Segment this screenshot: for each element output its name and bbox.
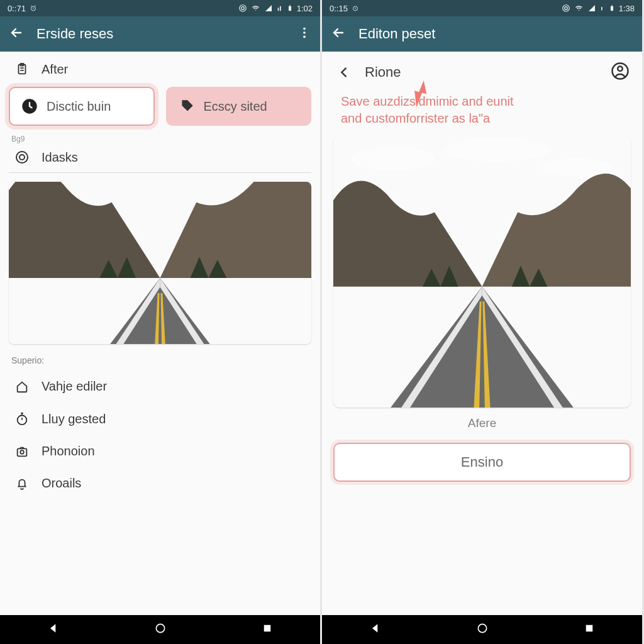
svg-point-40 xyxy=(479,624,487,632)
app-bar: Erside reses xyxy=(0,16,320,52)
alarm-icon xyxy=(30,4,37,12)
bell-icon xyxy=(14,477,30,491)
nav-home-icon[interactable] xyxy=(476,622,489,637)
status-bar: 0::71 1:02 xyxy=(0,0,320,16)
divider xyxy=(9,172,311,173)
photo-caption: Afere xyxy=(322,408,642,440)
list-item[interactable]: Vahje ediler xyxy=(6,370,314,402)
idasks-row[interactable]: Idasks xyxy=(0,147,320,171)
nav-bar xyxy=(322,615,642,644)
photo-preview[interactable] xyxy=(9,182,311,344)
svg-point-39 xyxy=(618,67,623,72)
road-scene-icon xyxy=(9,182,311,344)
list-item-label: Phonoion xyxy=(42,444,95,458)
nav-bar xyxy=(0,615,320,644)
profile-icon[interactable] xyxy=(611,62,630,83)
list-item-label: Vahje ediler xyxy=(42,379,107,394)
sub-title: Rione xyxy=(365,64,401,80)
svg-rect-28 xyxy=(18,448,27,456)
sub-header: Rione xyxy=(322,52,642,89)
radio-icon xyxy=(14,150,30,165)
helper-line2: and customforrister as la"a xyxy=(341,111,490,125)
svg-point-19 xyxy=(303,28,306,30)
svg-point-20 xyxy=(303,31,306,34)
camera-icon xyxy=(14,445,30,458)
helper-text: Save auzdizsidmimic and eunit and custom… xyxy=(322,89,642,136)
status-time-left: 0::15 xyxy=(330,4,348,13)
cta-wrap: Ensino xyxy=(322,440,642,492)
list-item[interactable]: Lluy gested xyxy=(6,402,314,435)
cta-label: Ensino xyxy=(461,454,503,470)
status-time-left: 0::71 xyxy=(8,4,26,13)
section-label: Superio: xyxy=(0,347,320,370)
svg-point-34 xyxy=(564,7,567,10)
nav-back-icon[interactable] xyxy=(47,622,60,637)
wifi-icon xyxy=(251,4,260,12)
status-bar: 0::15 1:38 xyxy=(322,0,642,16)
status-time-right: 1:02 xyxy=(297,4,313,13)
list-item[interactable]: Oroails xyxy=(6,467,314,499)
status-time-right: 1:38 xyxy=(619,4,635,13)
battery-icon xyxy=(609,4,615,13)
target-icon xyxy=(238,4,247,13)
signal-icon xyxy=(264,4,273,12)
svg-rect-18 xyxy=(289,5,291,6)
left-content: After Disctic buin Ecscy sited Bg9 Idask… xyxy=(0,52,320,615)
options-list: Vahje ediler Lluy gested Phonoion Oroail… xyxy=(0,370,320,499)
preset-buttons: Disctic buin Ecscy sited xyxy=(0,83,320,135)
right-content: Rione Save auzdizsidmimic and eunit and … xyxy=(322,52,642,615)
nav-recents-icon[interactable] xyxy=(262,623,273,636)
svg-rect-31 xyxy=(264,625,271,632)
signal2-icon xyxy=(277,4,283,12)
app-bar: Editon peset xyxy=(322,16,642,52)
list-item[interactable]: Phonoion xyxy=(6,435,314,467)
svg-rect-36 xyxy=(611,6,613,11)
svg-rect-41 xyxy=(586,625,593,632)
stopwatch-icon xyxy=(14,411,30,426)
tag-icon xyxy=(177,97,196,116)
svg-point-16 xyxy=(241,7,244,10)
photo-preview[interactable] xyxy=(333,136,631,408)
svg-point-21 xyxy=(303,36,306,38)
svg-point-33 xyxy=(562,5,569,12)
svg-rect-37 xyxy=(611,5,613,6)
nav-recents-icon[interactable] xyxy=(584,623,595,636)
preset-secondary-label: Ecscy sited xyxy=(204,99,267,114)
preset-button-secondary[interactable]: Ecscy sited xyxy=(166,87,312,126)
target-icon xyxy=(562,4,570,13)
idasks-label: Idasks xyxy=(42,150,78,165)
home-icon xyxy=(14,380,30,394)
road-scene-icon xyxy=(333,136,631,408)
nav-home-icon[interactable] xyxy=(154,622,167,637)
app-title: Erside reses xyxy=(36,26,113,42)
list-item-label: Oroails xyxy=(42,476,81,491)
svg-point-26 xyxy=(19,155,25,160)
signal-icon xyxy=(587,4,596,12)
photo-preview-wrap xyxy=(322,136,642,408)
left-screen: 0::71 1:02 Erside reses After Disctic bu… xyxy=(0,0,322,644)
nav-back-icon[interactable] xyxy=(369,622,382,637)
primary-cta-button[interactable]: Ensino xyxy=(333,443,631,482)
more-icon[interactable] xyxy=(297,26,311,42)
after-row[interactable]: After xyxy=(0,52,320,83)
list-item-label: Lluy gested xyxy=(42,412,106,426)
preset-primary-label: Disctic buin xyxy=(47,99,111,114)
preset-button-primary[interactable]: Disctic buin xyxy=(9,87,155,126)
back-icon[interactable] xyxy=(9,25,24,43)
svg-point-27 xyxy=(18,416,27,425)
small-label: Bg9 xyxy=(0,135,320,147)
after-label: After xyxy=(42,62,68,77)
alarm-icon xyxy=(352,4,359,12)
right-screen: 0::15 1:38 Editon peset Rione Save auzdi… xyxy=(322,0,644,644)
battery-icon xyxy=(287,4,293,13)
clock-solid-icon xyxy=(20,97,39,116)
svg-rect-17 xyxy=(289,6,291,11)
wifi-icon xyxy=(574,4,584,12)
back-icon[interactable] xyxy=(331,25,346,43)
svg-point-29 xyxy=(20,450,24,454)
svg-point-15 xyxy=(239,5,246,12)
app-title: Editon peset xyxy=(358,26,435,42)
chevron-left-icon[interactable] xyxy=(335,64,353,80)
svg-rect-35 xyxy=(601,7,602,10)
svg-point-30 xyxy=(157,624,165,632)
